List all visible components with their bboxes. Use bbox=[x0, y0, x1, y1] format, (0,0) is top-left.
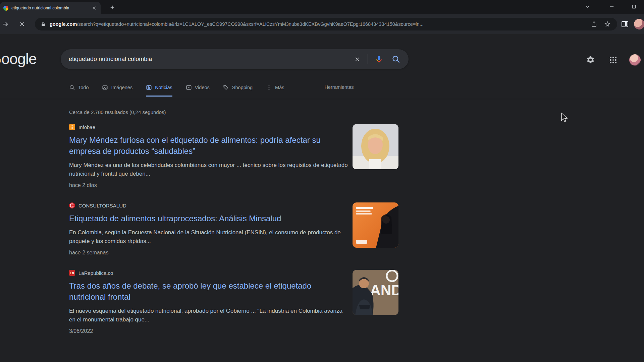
omnibox-actions bbox=[590, 20, 611, 28]
result-thumbnail[interactable] bbox=[353, 202, 398, 248]
bookmark-star-icon[interactable] bbox=[604, 20, 611, 28]
settings-gear-icon[interactable] bbox=[586, 56, 595, 64]
tab-close-icon[interactable] bbox=[91, 5, 97, 11]
google-apps-grid-icon[interactable] bbox=[609, 56, 617, 64]
address-bar[interactable]: google.com/search?q=etiquetado+nutricion… bbox=[35, 18, 617, 31]
tab-mas[interactable]: Más bbox=[266, 84, 284, 96]
mouse-cursor bbox=[561, 113, 568, 123]
source-row: CONSULTORSALUD bbox=[69, 202, 349, 208]
result-title-link[interactable]: Etiquetado de alimentos ultraprocesados:… bbox=[69, 213, 349, 224]
news-icon bbox=[146, 84, 152, 90]
result-stats: Cerca de 2.780 resultados (0,24 segundos… bbox=[69, 109, 166, 115]
videos-icon bbox=[186, 84, 192, 90]
search-submit-icon[interactable] bbox=[391, 55, 400, 64]
tab-label: Todo bbox=[78, 85, 89, 90]
source-name: CONSULTORSALUD bbox=[78, 203, 126, 208]
lock-icon[interactable] bbox=[41, 22, 46, 26]
tab-search-chevron-icon[interactable] bbox=[584, 3, 592, 11]
browser-toolbar: google.com/search?q=etiquetado+nutricion… bbox=[0, 14, 644, 34]
source-row: LR LaRepublica.co bbox=[69, 270, 349, 276]
searchbox-divider bbox=[368, 54, 368, 64]
tab-noticias[interactable]: Noticias bbox=[146, 84, 172, 97]
url-path: /search?q=etiquetado+nutricional+colombi… bbox=[77, 21, 423, 27]
result-thumbnail[interactable]: ANDI bbox=[353, 270, 398, 315]
result-date: hace 2 semanas bbox=[69, 250, 349, 256]
tab-herramientas[interactable]: Herramientas bbox=[324, 84, 354, 95]
tab-label: Herramientas bbox=[324, 84, 354, 90]
source-name: Infobae bbox=[78, 124, 95, 130]
tab-label: Más bbox=[275, 85, 284, 90]
tab-label: Videos bbox=[195, 85, 210, 90]
url-text: google.com/search?q=etiquetado+nutricion… bbox=[50, 21, 424, 27]
tab-imagenes[interactable]: Imágenes bbox=[102, 84, 132, 96]
url-domain: google.com bbox=[50, 21, 77, 27]
result-snippet: En Colombia, según la Encuesta Nacional … bbox=[69, 228, 349, 246]
tab-label: Imágenes bbox=[111, 85, 132, 90]
browser-tab[interactable]: etiquetado nutricional colombia bbox=[0, 2, 101, 14]
more-dots-icon bbox=[266, 84, 272, 90]
search-result-tabs: Todo Imágenes Noticias Videos Shopping M… bbox=[69, 84, 367, 97]
tab-label: Noticias bbox=[155, 85, 172, 90]
images-icon bbox=[102, 84, 108, 90]
window-maximize-button[interactable] bbox=[630, 3, 638, 11]
voice-search-mic-icon[interactable] bbox=[375, 55, 383, 64]
infobae-favicon-icon bbox=[69, 124, 75, 130]
search-icon bbox=[69, 84, 75, 90]
side-panel-icon[interactable] bbox=[621, 20, 629, 28]
result-snippet: El nuevo esquema del etiquetado nutricio… bbox=[69, 307, 349, 324]
shopping-tag-icon bbox=[223, 84, 229, 90]
search-input[interactable]: etiquetado nutricional colombia bbox=[69, 56, 354, 63]
tab-label: Shopping bbox=[232, 85, 253, 90]
clear-search-icon[interactable] bbox=[354, 56, 361, 63]
svg-text:ANDI: ANDI bbox=[370, 282, 398, 298]
tab-videos[interactable]: Videos bbox=[186, 84, 210, 96]
google-account-avatar[interactable] bbox=[629, 54, 641, 66]
new-tab-button[interactable] bbox=[108, 3, 117, 12]
results-list: Infobae Mary Méndez furiosa con el etiqu… bbox=[69, 124, 398, 348]
tabs-divider bbox=[0, 99, 644, 99]
search-result: Infobae Mary Méndez furiosa con el etiqu… bbox=[69, 124, 398, 188]
tab-favicon-icon bbox=[3, 6, 8, 11]
result-thumbnail[interactable] bbox=[353, 124, 398, 169]
result-title-link[interactable]: Mary Méndez furiosa con el etiquetado de… bbox=[69, 134, 349, 157]
consultorsalud-favicon-icon bbox=[69, 202, 75, 208]
result-date: hace 2 días bbox=[69, 182, 349, 188]
search-box[interactable]: etiquetado nutricional colombia bbox=[61, 49, 409, 69]
tab-todo[interactable]: Todo bbox=[69, 84, 89, 96]
search-result: CONSULTORSALUD Etiquetado de alimentos u… bbox=[69, 202, 398, 256]
browser-profile-avatar[interactable] bbox=[634, 19, 644, 29]
result-title-link[interactable]: Tras dos años de debate, se aprobó ley q… bbox=[69, 280, 349, 302]
source-name: LaRepublica.co bbox=[78, 270, 113, 276]
result-snippet: Mary Méndez es una de las celebridades c… bbox=[69, 161, 349, 178]
browser-tabstrip: etiquetado nutricional colombia bbox=[0, 0, 644, 14]
tab-title: etiquetado nutricional colombia bbox=[11, 6, 91, 10]
google-logo: Google bbox=[0, 50, 37, 68]
result-date: 3/06/2022 bbox=[69, 328, 349, 334]
larepublica-favicon-icon: LR bbox=[69, 270, 75, 276]
forward-button[interactable] bbox=[1, 19, 10, 29]
search-result: LR LaRepublica.co Tras dos años de debat… bbox=[69, 270, 398, 334]
window-minimize-button[interactable] bbox=[608, 3, 616, 11]
tab-shopping[interactable]: Shopping bbox=[223, 84, 253, 96]
stop-reload-button[interactable] bbox=[17, 19, 27, 29]
source-row: Infobae bbox=[69, 124, 349, 130]
share-icon[interactable] bbox=[590, 20, 598, 28]
